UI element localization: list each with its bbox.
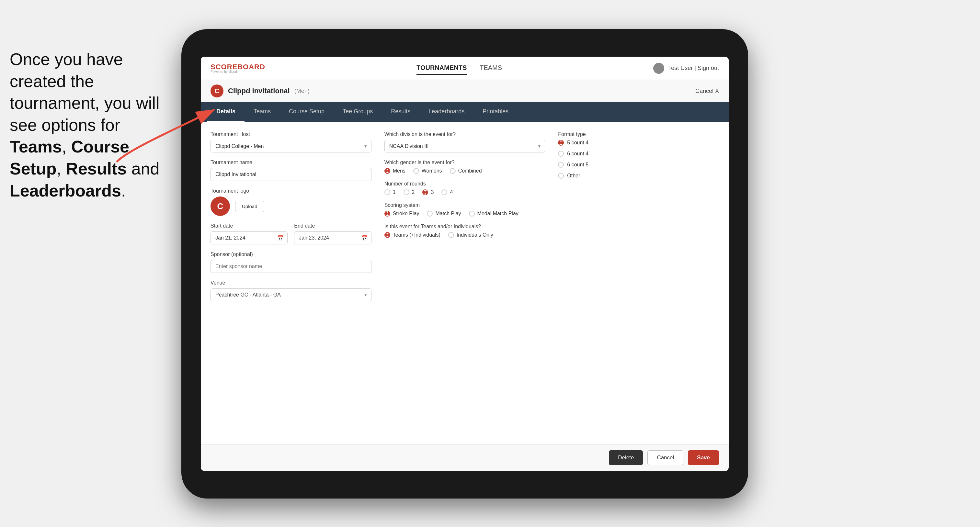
format-6count5-label: 6 count 5 xyxy=(567,162,589,168)
sponsor-input[interactable] xyxy=(210,260,371,273)
end-date-group: End date 📅 xyxy=(294,223,371,244)
nav-links: TOURNAMENTS TEAMS xyxy=(417,62,502,75)
scoring-group: Scoring system Stroke Play Match Play xyxy=(384,202,546,217)
tab-bar: Details Teams Course Setup Tee Groups Re… xyxy=(201,102,729,122)
radio-medal-circle xyxy=(469,211,475,217)
tournament-tag: (Men) xyxy=(294,88,310,95)
radio-mens-circle xyxy=(384,168,390,174)
logo: SCOREBOARD Powered by clippd xyxy=(210,63,265,73)
radio-rounds-4-circle xyxy=(441,189,447,195)
tournament-host-label: Tournament Host xyxy=(210,132,371,137)
tab-course-setup[interactable]: Course Setup xyxy=(280,102,334,122)
form-col-2: Which division is the event for? NCAA Di… xyxy=(384,132,546,301)
cancel-link[interactable]: Cancel X xyxy=(695,88,719,95)
logo-upload-area: C Upload xyxy=(210,197,371,216)
teams-individuals-label: Teams (+Individuals) xyxy=(393,232,441,238)
individuals-group: Is this event for Teams and/or Individua… xyxy=(384,224,546,238)
tab-leaderboards[interactable]: Leaderboards xyxy=(419,102,474,122)
nav-right: Test User | Sign out xyxy=(653,63,719,74)
start-date-input[interactable] xyxy=(210,232,288,244)
gender-womens[interactable]: Womens xyxy=(413,168,442,174)
scoring-medal-match[interactable]: Medal Match Play xyxy=(469,211,519,217)
end-date-input[interactable] xyxy=(294,232,371,244)
form-grid: Tournament Host Clippd College - Men ▼ T… xyxy=(210,132,719,301)
format-6count4[interactable]: 6 count 4 xyxy=(558,151,719,157)
nav-teams[interactable]: TEAMS xyxy=(480,62,502,75)
tab-printables[interactable]: Printables xyxy=(474,102,517,122)
individuals-label: Is this event for Teams and/or Individua… xyxy=(384,224,546,230)
teams-individuals[interactable]: Teams (+Individuals) xyxy=(384,232,441,238)
top-nav: SCOREBOARD Powered by clippd TOURNAMENTS… xyxy=(201,57,729,80)
gender-mens-label: Mens xyxy=(393,168,406,174)
rounds-group: Number of rounds 1 2 xyxy=(384,181,546,195)
save-button[interactable]: Save xyxy=(688,450,719,465)
radio-combined-circle xyxy=(450,168,456,174)
gender-womens-label: Womens xyxy=(422,168,442,174)
venue-label: Venue xyxy=(210,280,371,286)
scoring-match[interactable]: Match Play xyxy=(427,211,461,217)
rounds-1[interactable]: 1 xyxy=(384,189,396,195)
tab-results[interactable]: Results xyxy=(382,102,419,122)
scoring-stroke[interactable]: Stroke Play xyxy=(384,211,419,217)
rounds-3-label: 3 xyxy=(431,189,434,195)
tab-teams[interactable]: Teams xyxy=(245,102,280,122)
division-select[interactable]: NCAA Division III xyxy=(384,140,546,152)
tournament-name-input[interactable] xyxy=(210,168,371,181)
division-group: Which division is the event for? NCAA Di… xyxy=(384,132,546,152)
format-6count5[interactable]: 6 count 5 xyxy=(558,162,719,168)
tournament-logo-group: Tournament logo C Upload xyxy=(210,188,371,216)
radio-individuals-circle xyxy=(448,232,454,238)
format-5count4[interactable]: 5 count 4 xyxy=(558,140,719,146)
venue-select-wrapper: Peachtree GC - Atlanta - GA ▼ xyxy=(210,289,371,301)
format-type-group: Format type 5 count 4 6 count 4 xyxy=(558,132,719,179)
rounds-3[interactable]: 3 xyxy=(422,189,434,195)
user-sign-out[interactable]: Test User | Sign out xyxy=(668,65,719,71)
tournament-name-group: Tournament name xyxy=(210,160,371,181)
tablet-device: SCOREBOARD Powered by clippd TOURNAMENTS… xyxy=(181,29,748,498)
radio-stroke-circle xyxy=(384,211,390,217)
tournament-host-group: Tournament Host Clippd College - Men ▼ xyxy=(210,132,371,152)
intro-text: Once you have created the tournament, yo… xyxy=(0,42,172,208)
tab-tee-groups[interactable]: Tee Groups xyxy=(334,102,382,122)
tab-details[interactable]: Details xyxy=(207,102,245,122)
radio-womens-circle xyxy=(413,168,419,174)
scoring-match-label: Match Play xyxy=(435,211,461,217)
rounds-2[interactable]: 2 xyxy=(404,189,415,195)
scoring-medal-label: Medal Match Play xyxy=(477,211,519,217)
delete-button[interactable]: Delete xyxy=(609,450,643,465)
upload-button[interactable]: Upload xyxy=(235,201,264,212)
format-other[interactable]: Other xyxy=(558,173,719,179)
nav-tournaments[interactable]: TOURNAMENTS xyxy=(417,62,467,75)
gender-group: Which gender is the event for? Mens Wome… xyxy=(384,160,546,174)
sponsor-group: Sponsor (optional) xyxy=(210,252,371,273)
tournament-host-select[interactable]: Clippd College - Men xyxy=(210,140,371,152)
tablet-screen: SCOREBOARD Powered by clippd TOURNAMENTS… xyxy=(201,57,729,471)
rounds-label: Number of rounds xyxy=(384,181,546,187)
radio-rounds-1-circle xyxy=(384,189,390,195)
radio-rounds-3-circle xyxy=(422,189,428,195)
gender-label: Which gender is the event for? xyxy=(384,160,546,165)
rounds-2-label: 2 xyxy=(412,189,415,195)
scoring-stroke-label: Stroke Play xyxy=(393,211,419,217)
radio-match-circle xyxy=(427,211,433,217)
gender-combined[interactable]: Combined xyxy=(450,168,482,174)
radio-teams-circle xyxy=(384,232,390,238)
start-date-group: Start date 📅 xyxy=(210,223,288,244)
end-date-wrapper: 📅 xyxy=(294,232,371,244)
footer-bar: Delete Cancel Save xyxy=(201,444,729,471)
gender-mens[interactable]: Mens xyxy=(384,168,406,174)
radio-rounds-2-circle xyxy=(404,189,409,195)
scoring-radio-group: Stroke Play Match Play Medal Match Play xyxy=(384,211,546,217)
tournament-host-select-wrapper: Clippd College - Men ▼ xyxy=(210,140,371,152)
format-6count4-label: 6 count 4 xyxy=(567,151,589,157)
tournament-title: Clippd Invitational xyxy=(228,87,290,95)
cancel-button[interactable]: Cancel xyxy=(648,450,683,465)
scoring-label: Scoring system xyxy=(384,202,546,208)
radio-other-circle xyxy=(558,173,564,179)
rounds-4[interactable]: 4 xyxy=(441,189,453,195)
individuals-only[interactable]: Individuals Only xyxy=(448,232,493,238)
venue-select[interactable]: Peachtree GC - Atlanta - GA xyxy=(210,289,371,301)
end-date-label: End date xyxy=(294,223,371,229)
tournament-name-label: Tournament name xyxy=(210,160,371,165)
date-row: Start date 📅 End date 📅 xyxy=(210,223,371,244)
